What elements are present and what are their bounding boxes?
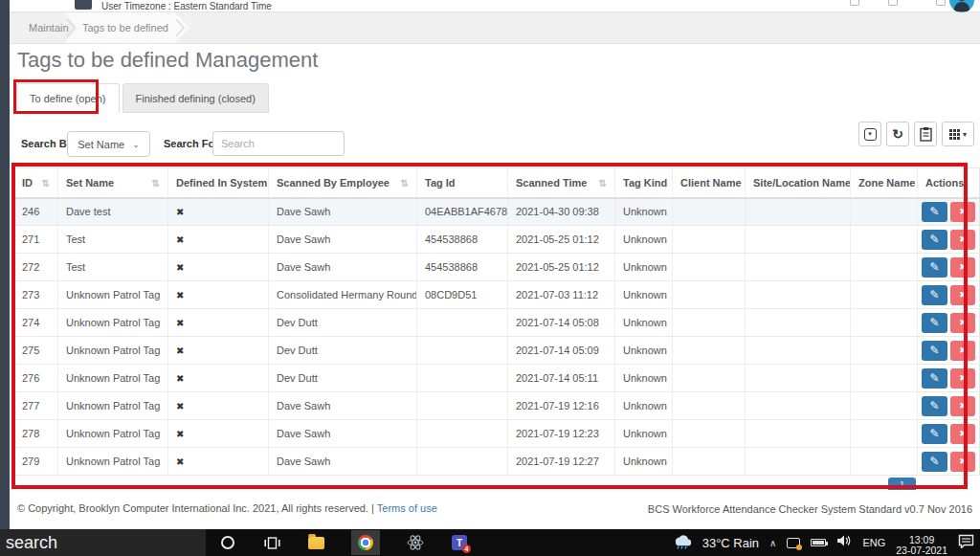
column-header-scanned_by_employee[interactable]: Scanned By Employee⇅ [269, 168, 417, 198]
sort-icon[interactable]: ⇅ [599, 178, 607, 189]
search-by-select[interactable]: Set Name ⌄ [67, 131, 150, 157]
delete-button[interactable]: ✖ [950, 230, 975, 250]
cell-client_name [673, 309, 746, 337]
table-row: 246Dave test✖Dave Sawh04EABB1AF467802021… [14, 198, 980, 226]
table-toolbar: ▾ ↻ ▾ [858, 122, 974, 146]
tray-chevron-up-icon[interactable]: ∧ [769, 538, 776, 548]
cell-id: 246 [14, 198, 58, 226]
cell-tag_id [417, 365, 508, 392]
cell-client_name [673, 226, 746, 254]
collapsed-sidebar[interactable] [0, 0, 10, 529]
battery-icon[interactable] [811, 539, 826, 546]
column-header-actions: Actions [918, 168, 980, 198]
delete-button[interactable]: ✖ [950, 285, 975, 305]
delete-button[interactable]: ✖ [950, 257, 975, 278]
edit-button[interactable]: ✎ [922, 257, 947, 278]
refresh-button[interactable]: ↻ [886, 122, 909, 146]
header-icon[interactable] [936, 0, 946, 6]
cell-actions: ✎✖ [918, 309, 980, 337]
edit-button[interactable]: ✎ [922, 313, 947, 333]
edit-button[interactable]: ✎ [922, 202, 947, 222]
cell-tag_kind: Unknown [615, 420, 673, 448]
edit-button[interactable]: ✎ [922, 424, 947, 444]
chrome-icon[interactable] [351, 530, 380, 555]
not-defined-x-icon: ✖ [176, 290, 184, 300]
cell-scanned_time: 2021-07-14 05:09 [508, 337, 615, 365]
table-row: 277Unknown Patrol Tag✖Dave Sawh2021-07-1… [14, 392, 980, 420]
column-header-set_name[interactable]: Set Name⇅ [58, 168, 168, 198]
delete-button[interactable]: ✖ [950, 341, 975, 361]
table-row: 275Unknown Patrol Tag✖Dev Dutt2021-07-14… [14, 337, 980, 365]
cell-set_name: Dave test [58, 198, 168, 226]
cell-zone_name [851, 448, 918, 476]
volume-icon[interactable] [836, 534, 852, 551]
sidebar-toggle-icon[interactable] [75, 0, 92, 10]
task-view-icon[interactable] [263, 534, 280, 551]
edit-button[interactable]: ✎ [922, 396, 947, 416]
cell-zone_name [851, 309, 918, 337]
cell-id: 279 [14, 448, 58, 476]
cell-site_location_name [746, 198, 851, 226]
cell-site_location_name [746, 309, 851, 337]
cell-scanned_time: 2021-07-03 11:12 [508, 281, 615, 309]
avatar[interactable] [949, 0, 974, 12]
cell-set_name: Test [58, 254, 168, 281]
cell-site_location_name [746, 337, 851, 365]
file-explorer-icon[interactable] [307, 534, 324, 551]
header-icon[interactable] [888, 0, 898, 6]
edit-button[interactable]: ✎ [922, 230, 947, 250]
tab-finished-defining-closed[interactable]: Finished defining (closed) [122, 83, 269, 113]
atom-app-icon[interactable] [407, 534, 424, 551]
delete-button[interactable]: ✖ [950, 202, 975, 222]
column-header-id[interactable]: ID⇅ [14, 168, 58, 198]
cell-actions: ✎✖ [918, 392, 980, 420]
taskbar-clock[interactable]: 13:09 23-07-2021 [896, 535, 947, 556]
delete-button[interactable]: ✖ [950, 368, 975, 389]
column-header-tag_kind: Tag Kind [615, 168, 673, 198]
cell-actions: ✎✖ [918, 337, 980, 365]
edit-button[interactable]: ✎ [922, 285, 947, 305]
edit-button[interactable]: ✎ [922, 341, 947, 361]
sort-icon[interactable]: ⇅ [152, 178, 160, 189]
cell-tag_kind: Unknown [615, 198, 673, 226]
teams-icon[interactable]: T4 [451, 534, 468, 551]
delete-button[interactable]: ✖ [950, 396, 975, 416]
sort-icon[interactable]: ⇅ [401, 178, 409, 189]
cell-tag_id [417, 448, 508, 476]
cell-zone_name [851, 365, 918, 392]
delete-button[interactable]: ✖ [950, 313, 975, 333]
header-icon[interactable] [850, 0, 859, 6]
page-1-button[interactable]: 1 [888, 478, 916, 490]
cell-defined_in_system: ✖ [168, 254, 269, 281]
cell-tag_kind: Unknown [615, 448, 673, 476]
delete-button[interactable]: ✖ [950, 452, 975, 472]
tab-to-define-open[interactable]: To define (open) [16, 83, 120, 113]
edit-button[interactable]: ✎ [922, 368, 947, 389]
cell-actions: ✎✖ [918, 226, 980, 254]
breadcrumb-item-tags[interactable]: Tags to be defined [82, 12, 168, 43]
weather-icon[interactable] [671, 533, 692, 553]
search-input[interactable] [212, 131, 345, 156]
report-button[interactable] [914, 122, 937, 146]
breadcrumb-item-maintain[interactable]: Maintain [29, 12, 69, 43]
columns-button[interactable]: ▾ [942, 122, 974, 146]
column-header-scanned_time[interactable]: Scanned Time⇅ [508, 168, 615, 198]
sort-icon[interactable]: ⇅ [42, 178, 50, 189]
edit-button[interactable]: ✎ [922, 452, 947, 472]
action-center-icon[interactable] [958, 534, 974, 552]
cell-tag_kind: Unknown [615, 254, 673, 281]
taskbar-search-box[interactable]: search [0, 529, 206, 556]
cell-client_name [673, 198, 746, 226]
delete-button[interactable]: ✖ [950, 424, 975, 444]
language-indicator[interactable]: ENG [862, 537, 885, 548]
cell-scanned_time: 2021-07-19 12:16 [508, 392, 615, 420]
toggle-pagination-button[interactable]: ▾ [858, 122, 881, 146]
terms-of-use-link[interactable]: Terms of use [377, 502, 437, 514]
cell-site_location_name [746, 448, 851, 476]
cell-tag_id: 04EABB1AF46780 [417, 198, 508, 226]
cortana-icon[interactable] [219, 534, 236, 551]
cell-scanned_time: 2021-07-14 05:08 [508, 309, 615, 337]
tray-notification-icon[interactable] [787, 538, 800, 548]
weather-text[interactable]: 33°C Rain [702, 536, 759, 550]
column-header-zone_name: Zone Name [851, 168, 918, 198]
